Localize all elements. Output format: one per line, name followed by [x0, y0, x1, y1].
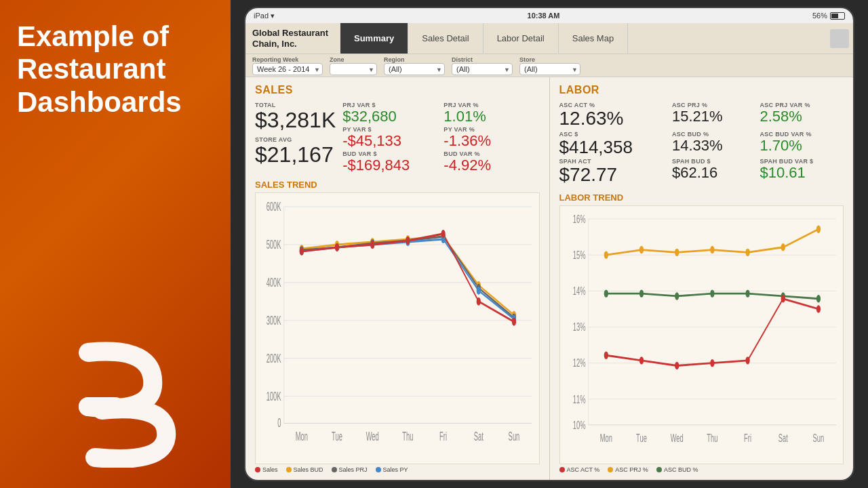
- filter-store-select[interactable]: (All): [519, 63, 580, 75]
- filter-district-label: District: [452, 56, 513, 63]
- svg-point-79: [816, 226, 820, 233]
- sales-title: SALES: [255, 84, 540, 96]
- svg-point-74: [639, 246, 643, 253]
- nav-corner-icon: [830, 29, 849, 48]
- svg-text:Wed: Wed: [670, 432, 683, 445]
- svg-text:13%: 13%: [572, 321, 585, 334]
- asc-prj-pct-block: ASC PRJ % 15.21%: [672, 102, 755, 129]
- svg-text:Fri: Fri: [439, 430, 447, 443]
- battery-icon: [830, 12, 845, 20]
- svg-text:Wed: Wed: [366, 430, 379, 443]
- svg-point-89: [675, 362, 679, 369]
- asc-act-pct-block: ASC ACT % 12.63%: [559, 102, 669, 129]
- ipad-time: 10:38 AM: [528, 12, 560, 20]
- labor-trend-legend: ASC ACT % ASC PRJ % ASC BUD %: [559, 466, 844, 473]
- filter-store-label: Store: [519, 56, 580, 63]
- ipad-status-right: 56%: [812, 12, 845, 20]
- svg-text:200K: 200K: [267, 351, 281, 365]
- filter-region-select[interactable]: (All): [384, 63, 445, 75]
- svg-point-91: [745, 357, 749, 364]
- svg-point-50: [512, 317, 516, 325]
- svg-text:Tue: Tue: [636, 432, 647, 445]
- filter-district-select[interactable]: (All): [452, 63, 513, 75]
- py-var-dollar-block: PY VAR $ -$45,133: [342, 126, 438, 149]
- svg-text:500K: 500K: [267, 237, 281, 251]
- svg-text:16%: 16%: [572, 213, 585, 226]
- tab-sales-detail[interactable]: Sales Detail: [408, 23, 483, 54]
- filter-zone-select[interactable]: [330, 63, 377, 75]
- svg-point-75: [675, 249, 679, 256]
- asc-bud-pct-block: ASC BUD % 14.33%: [672, 131, 755, 157]
- asc-bud-var-pct-value: 1.70%: [760, 138, 844, 154]
- tab-summary[interactable]: Summary: [340, 23, 408, 54]
- sales-section: SALES TOTAL $3,281K STORE AVG $21,167 PR…: [245, 77, 550, 480]
- legend-asc-prj-pct: ASC PRJ %: [608, 466, 648, 473]
- svg-point-90: [710, 359, 714, 367]
- labor-trend-area: LABOR TREND: [559, 192, 844, 473]
- py-var-dollar-value: -$45,133: [342, 133, 438, 149]
- legend-sales-prj: Sales PRJ: [332, 466, 368, 473]
- svg-text:15%: 15%: [572, 249, 585, 262]
- svg-point-46: [370, 240, 374, 248]
- ipad-status-bar: iPad ▾ 10:38 AM 56%: [245, 8, 853, 23]
- svg-text:Thu: Thu: [707, 432, 717, 445]
- svg-point-88: [639, 357, 643, 364]
- svg-point-47: [406, 236, 410, 244]
- spah-bud-dollar-value: $62.16: [672, 165, 755, 181]
- asc-act-pct-value: 12.63%: [559, 108, 669, 129]
- filter-district: District (All) ▼: [452, 56, 513, 75]
- spah-act-block: SPAH ACT $72.77: [559, 158, 669, 186]
- svg-point-73: [604, 251, 608, 259]
- sales-store-avg-value: $21,167: [255, 143, 336, 167]
- legend-asc-act-pct: ASC ACT %: [559, 466, 600, 473]
- svg-point-87: [604, 352, 608, 359]
- brand-title: Global Restaurant Chain, Inc.: [245, 28, 340, 49]
- svg-point-76: [710, 246, 714, 253]
- filter-reporting-week: Reporting Week Week 26 - 2014 ▼: [252, 56, 323, 75]
- svg-point-86: [816, 295, 820, 302]
- svg-point-81: [639, 290, 643, 298]
- svg-text:Fri: Fri: [744, 432, 751, 445]
- dashboard: Global Restaurant Chain, Inc. Summary Sa…: [245, 23, 853, 480]
- svg-text:600K: 600K: [267, 199, 281, 213]
- filter-bar: Reporting Week Week 26 - 2014 ▼ Zone ▼ R…: [245, 54, 853, 77]
- py-var-pct-value: -1.36%: [443, 133, 539, 149]
- ipad-label: iPad ▾: [254, 12, 275, 20]
- legend-sales-bud: Sales BUD: [286, 466, 323, 473]
- tab-sales-map[interactable]: Sales Map: [559, 23, 628, 54]
- svg-text:300K: 300K: [267, 313, 281, 327]
- labor-title: LABOR: [559, 84, 844, 96]
- prj-var-dollar-value: $32,680: [342, 108, 438, 125]
- spah-bud-dollar-block: SPAH BUD $ $62.16: [672, 158, 755, 186]
- svg-text:Sun: Sun: [509, 430, 520, 443]
- filter-week-select[interactable]: Week 26 - 2014: [252, 63, 323, 75]
- asc-dollar-value: $414,358: [559, 138, 669, 157]
- right-panel: iPad ▾ 10:38 AM 56% Global Restaurant Ch…: [231, 0, 868, 488]
- bud-var-pct-block: BUD VAR % -4.92%: [443, 150, 539, 174]
- svg-text:400K: 400K: [267, 275, 281, 289]
- asc-prj-pct-value: 15.21%: [672, 108, 755, 125]
- bud-var-dollar-block: BUD VAR $ -$169,843: [342, 150, 438, 174]
- svg-text:Sat: Sat: [474, 430, 484, 443]
- prj-var-pct-value: 1.01%: [443, 108, 539, 125]
- svg-point-92: [781, 295, 785, 302]
- svg-point-49: [477, 297, 481, 305]
- ipad-frame: iPad ▾ 10:38 AM 56% Global Restaurant Ch…: [244, 7, 854, 481]
- legend-sales-py: Sales PY: [376, 466, 408, 473]
- spah-bud-var-dollar-value: $10.61: [760, 165, 844, 181]
- legend-asc-bud-pct: ASC BUD %: [656, 466, 698, 473]
- asc-prj-var-pct-value: 2.58%: [760, 108, 844, 125]
- svg-text:12%: 12%: [572, 357, 585, 370]
- tab-labor-detail[interactable]: Labor Detail: [484, 23, 559, 54]
- filter-store: Store (All) ▼: [519, 56, 580, 75]
- svg-point-45: [335, 243, 339, 251]
- svg-text:14%: 14%: [572, 285, 585, 298]
- left-panel: Example of Restaurant Dashboards: [0, 0, 231, 488]
- filter-week-label: Reporting Week: [252, 56, 323, 63]
- prj-var-dollar-block: PRJ VAR $ $32,680: [342, 102, 438, 125]
- svg-point-48: [441, 229, 445, 237]
- svg-point-93: [816, 305, 820, 312]
- filter-zone: Zone ▼: [330, 56, 377, 75]
- labor-trend-chart: 16% 15% 14% 13% 12% 11% 10% Mon Tue Wed: [559, 205, 844, 464]
- labor-trend-title: LABOR TREND: [559, 192, 844, 203]
